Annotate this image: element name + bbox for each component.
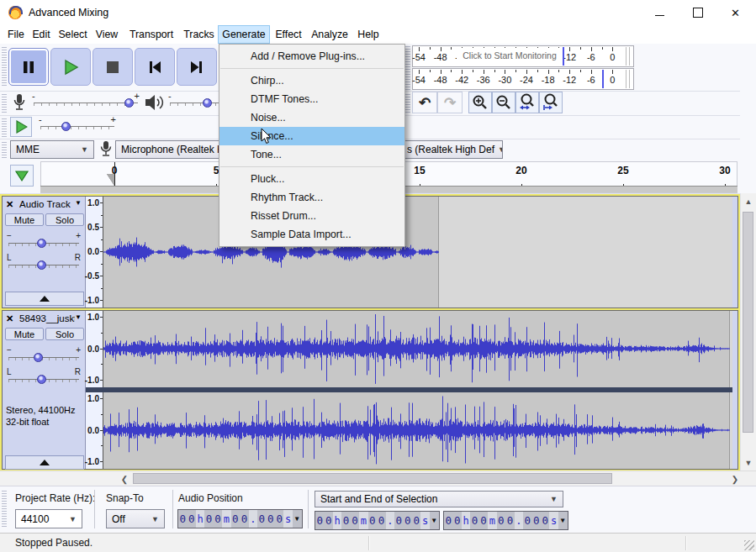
time-digit[interactable]: 0 — [351, 512, 360, 529]
menu-item-chirp[interactable]: Chirp... — [219, 71, 404, 90]
slider-thumb[interactable] — [37, 260, 46, 270]
stop-button[interactable] — [93, 48, 133, 86]
selection-start-field[interactable]: 00h00m00.000s▼ — [315, 511, 440, 530]
time-digit[interactable]: 0 — [204, 510, 214, 528]
time-digit[interactable]: 0 — [377, 512, 386, 529]
time-unit-label[interactable]: s — [420, 512, 429, 529]
skip-to-start-button[interactable] — [135, 48, 175, 86]
device-toolbar-grip[interactable] — [2, 142, 7, 159]
chevron-down-icon[interactable]: ▼ — [558, 512, 568, 529]
recording-meter[interactable]: -54-48-42-36-30-24-18-12-60Click to Star… — [412, 45, 634, 67]
menu-edit[interactable]: Edit — [28, 25, 55, 44]
mixer-toolbar-grip[interactable] — [2, 94, 7, 113]
solo-button[interactable]: Solo — [45, 213, 84, 226]
time-digit[interactable]: 0 — [412, 512, 421, 529]
chevron-down-icon[interactable]: ▼ — [293, 510, 302, 528]
time-digit[interactable]: 0 — [403, 512, 412, 529]
menu-item-pluck[interactable]: Pluck... — [219, 170, 404, 188]
menu-tracks[interactable]: Tracks — [180, 25, 218, 44]
menu-item-silence[interactable]: Silence... — [219, 127, 404, 145]
gain-slider[interactable]: −+ — [7, 232, 81, 250]
time-digit[interactable]: 0 — [240, 510, 249, 528]
fit-project-button[interactable] — [539, 92, 563, 113]
zoom-in-button[interactable] — [468, 92, 492, 113]
solo-button[interactable]: Solo — [45, 328, 84, 340]
timeline-options-button[interactable] — [10, 165, 34, 187]
edit-toolbar-grip[interactable] — [405, 94, 410, 113]
gain-slider[interactable]: −+ — [7, 346, 81, 365]
time-digit[interactable]: 0 — [368, 512, 378, 529]
play-button[interactable] — [50, 48, 91, 86]
waveform-area[interactable] — [103, 311, 732, 387]
time-unit-label[interactable]: m — [359, 512, 367, 529]
time-digit[interactable]: 0 — [453, 512, 463, 529]
vertical-scale-ruler[interactable]: 1.00.50.0-0.5-1.0 — [86, 197, 103, 308]
waveform-area[interactable] — [103, 392, 732, 469]
menu-item-rhythm-track[interactable]: Rhythm Track... — [219, 188, 404, 207]
resize-grip[interactable] — [744, 540, 754, 550]
horizontal-scrollbar[interactable]: ❮ ❯ — [0, 471, 756, 486]
playhead-marker[interactable] — [107, 174, 114, 186]
time-unit-label[interactable]: h — [333, 512, 341, 529]
track-close-icon[interactable]: ✕ — [6, 199, 13, 210]
menu-item-tone[interactable]: Tone... — [219, 145, 404, 164]
mute-button[interactable]: Mute — [5, 213, 44, 226]
play-speed-slider[interactable]: - + — [39, 116, 116, 136]
time-digit[interactable]: 0 — [531, 512, 541, 529]
menu-help[interactable]: Help — [352, 25, 384, 44]
scroll-down-icon[interactable]: ▼ — [741, 456, 756, 470]
time-unit-label[interactable]: s — [283, 510, 292, 528]
chevron-down-icon[interactable]: ▼ — [430, 512, 439, 529]
vertical-scale-ruler[interactable]: 1.00.0-1.0 — [86, 392, 103, 469]
selection-end-field[interactable]: 00h00m00.000s▼ — [443, 511, 568, 530]
menu-effect[interactable]: Effect — [270, 25, 307, 44]
menu-item-noise[interactable]: Noise... — [219, 108, 404, 127]
time-digit[interactable]: 0 — [231, 510, 241, 528]
time-digit[interactable]: 0 — [394, 512, 404, 529]
waveform-area[interactable] — [103, 197, 732, 308]
time-digit[interactable]: 0 — [315, 512, 325, 529]
time-digit[interactable]: 0 — [341, 512, 351, 529]
slider-thumb[interactable] — [37, 375, 46, 384]
time-unit-label[interactable]: s — [549, 512, 558, 529]
pause-button[interactable] — [8, 48, 49, 86]
minimize-button[interactable] — [641, 0, 679, 25]
fit-selection-button[interactable] — [515, 92, 539, 113]
meter-toolbar-grip[interactable] — [405, 46, 410, 91]
mute-button[interactable]: Mute — [5, 328, 44, 340]
audio-host-select[interactable]: MME▼ — [10, 140, 94, 159]
menu-item-dtmf-tones[interactable]: DTMF Tones... — [219, 90, 404, 108]
time-digit[interactable]: 0 — [188, 510, 197, 528]
track-name-menu[interactable]: Audio Track▼ — [19, 199, 82, 209]
track-58493-juskt[interactable]: ✕ 58493__juskt▼ Mute Solo −+ LR Stereo, … — [2, 310, 738, 470]
scroll-left-icon[interactable]: ❮ — [118, 471, 131, 486]
transport-toolbar-grip[interactable] — [2, 47, 7, 87]
scroll-up-icon[interactable]: ▲ — [741, 195, 756, 208]
time-digit[interactable]: 0 — [444, 512, 453, 529]
time-digit[interactable]: 0 — [497, 512, 506, 529]
time-digit[interactable]: 0 — [266, 510, 275, 528]
vertical-scale-ruler[interactable]: 1.00.0-1.0 — [86, 311, 103, 387]
selection-toolbar-grip[interactable] — [2, 491, 7, 528]
snap-to-select[interactable]: Off▼ — [106, 509, 165, 528]
time-digit[interactable]: 0 — [275, 510, 284, 528]
scroll-right-icon[interactable]: ❯ — [728, 471, 742, 486]
play-at-speed-button[interactable] — [10, 117, 32, 137]
menu-item-risset-drum[interactable]: Risset Drum... — [219, 207, 404, 225]
horizontal-scrollbar-thumb[interactable] — [133, 473, 612, 484]
pan-slider[interactable]: LR — [7, 254, 81, 272]
project-rate-select[interactable]: 44100▼ — [15, 509, 82, 528]
slider-thumb[interactable] — [203, 98, 212, 108]
menu-file[interactable]: File — [4, 25, 28, 44]
menu-analyze[interactable]: Analyze — [307, 25, 352, 44]
slider-thumb[interactable] — [34, 353, 43, 362]
time-digit[interactable]: 0 — [541, 512, 550, 529]
vertical-scrollbar-thumb[interactable] — [743, 212, 753, 433]
menu-item-sample-data-import[interactable]: Sample Data Import... — [219, 225, 404, 244]
collapse-button[interactable] — [5, 455, 84, 470]
pan-slider[interactable]: LR — [7, 368, 81, 386]
time-unit-label[interactable]: . — [249, 510, 257, 528]
time-digit[interactable]: 0 — [325, 512, 334, 529]
track-name-menu[interactable]: 58493__juskt▼ — [19, 313, 82, 323]
collapse-button[interactable] — [5, 292, 84, 306]
